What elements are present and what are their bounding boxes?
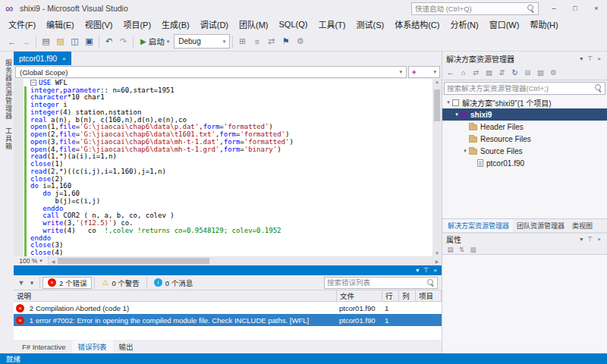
code-line[interactable]: open(3,file='G:\jiaocai\chap6\data\mh-t-… [14, 138, 432, 146]
tree-item[interactable]: Header Files [442, 121, 607, 133]
minimize-button[interactable]: – [543, 0, 565, 17]
code-editor[interactable]: −USE WFLinteger,parameter:: n=60,start=1… [14, 79, 442, 256]
column-header[interactable]: 文件 [337, 290, 382, 301]
menu-item[interactable]: 窗口(W) [484, 18, 525, 30]
document-tab[interactable]: ptcor01.f90 × [14, 52, 71, 65]
close-icon[interactable]: × [595, 55, 603, 62]
window-position-icon[interactable]: ▾ [577, 236, 585, 243]
solution-search-input[interactable] [447, 84, 595, 93]
menu-item[interactable]: SQL(Q) [274, 20, 313, 29]
open-file-icon[interactable]: ▨ [53, 33, 68, 50]
code-line[interactable]: open(4,file='G:\jiaocai\chap6\data\mh-t-… [14, 146, 432, 153]
undo-icon[interactable]: ↶ [102, 33, 116, 50]
close-icon[interactable]: × [595, 236, 603, 243]
code-line[interactable]: call COR2 ( n, a, b, co, colev ) [14, 212, 432, 220]
code-line[interactable]: read(1,*)(a(i),i=1,n) [14, 153, 432, 161]
code-line[interactable]: integer i [14, 101, 432, 108]
error-list-titlebar[interactable]: ▾⊤× [14, 265, 442, 275]
code-line[interactable]: character*10 char1 [14, 94, 432, 102]
window-position-icon[interactable]: ▾ [577, 55, 585, 62]
menu-item[interactable]: 调试(D) [195, 18, 234, 30]
window-position-icon[interactable]: ▾ [414, 267, 421, 274]
alphabetical-icon[interactable]: ⇅ [456, 244, 467, 254]
scope-dropdown[interactable]: (Global Scope) ▾ [15, 66, 407, 78]
side-tab[interactable]: 服务器资源管理器 [0, 59, 14, 120]
menu-item[interactable]: 文件(F) [3, 18, 41, 30]
gear-icon[interactable]: ⚙ [293, 33, 307, 50]
messages-filter-button[interactable]: i 0 个消息 [149, 277, 197, 289]
sync-icon[interactable]: ⇵ [495, 66, 508, 79]
quick-launch[interactable] [411, 2, 539, 15]
collapse-all-icon[interactable]: ⊟ [521, 66, 534, 79]
close-icon[interactable]: × [431, 267, 439, 274]
code-line[interactable]: close(4) [14, 249, 432, 256]
menu-item[interactable]: 分析(N) [445, 18, 483, 30]
new-file-icon[interactable]: ▤ [39, 33, 53, 50]
debug-config-combo[interactable]: Debug ▾ [174, 34, 230, 49]
error-search-input[interactable] [327, 278, 427, 287]
tree-item[interactable]: ptcor01.f90 [442, 157, 607, 169]
menu-item[interactable]: 编辑(E) [41, 18, 80, 30]
menu-item[interactable]: 团队(M) [234, 18, 274, 30]
code-line[interactable]: write(3,'(f12.5)') co. [14, 219, 432, 227]
side-tab[interactable]: 工具箱 [0, 127, 14, 150]
show-all-files-icon[interactable]: ▧ [534, 66, 547, 79]
properties-titlebar[interactable]: 属性 ▾⊤× [442, 232, 607, 244]
fold-collapse-icon[interactable]: − [30, 80, 36, 86]
filter-icon[interactable]: ▼ [16, 276, 27, 290]
expand-arrow-icon[interactable]: ▾ [461, 148, 469, 154]
code-line[interactable]: open(2,file='G:\jiaocai\chap6\data\t1601… [14, 130, 432, 138]
pin-icon[interactable]: ⊤ [585, 55, 595, 62]
code-line[interactable]: close(2) [14, 175, 432, 183]
panel-tab[interactable]: 类视图 [568, 219, 596, 232]
code-line[interactable]: b(j)=c(i,j) [14, 197, 432, 205]
outline-icon[interactable]: ≡ [250, 33, 264, 50]
home-icon[interactable]: ⌂ [457, 66, 470, 79]
column-header[interactable]: 列 [399, 290, 416, 301]
code-line[interactable]: integer(4) station,nstation [14, 108, 432, 116]
zoom-control[interactable]: 100 % ▾ [14, 256, 49, 265]
property-pages-icon[interactable]: ▧ [467, 244, 479, 254]
menu-item[interactable]: 帮助(H) [524, 18, 563, 30]
close-icon[interactable]: × [62, 55, 66, 62]
properties-icon[interactable]: ⚙ [547, 66, 560, 79]
start-debug-button[interactable]: ▶ 启动 ▾ [136, 34, 174, 49]
menu-item[interactable]: 工具(T) [313, 18, 351, 30]
panel-tab[interactable]: F# Interactive [16, 340, 72, 353]
close-button[interactable]: × [586, 0, 607, 17]
scrollbar-thumb[interactable] [58, 258, 209, 264]
tree-item[interactable]: ▾Source Files [442, 145, 607, 157]
errors-filter-button[interactable]: × 2 个错误 [42, 277, 92, 289]
menu-item[interactable]: 项目(P) [118, 18, 156, 30]
switch-views-icon[interactable]: ⇄ [470, 66, 483, 79]
code-line[interactable]: real a(n), b(n), c(160,n),d(n),e(n),co [14, 116, 432, 124]
pin-icon[interactable]: ⊤ [585, 236, 595, 243]
pending-changes-filter-icon[interactable]: ▤ [483, 66, 495, 79]
pin-icon[interactable]: ⊤ [421, 267, 431, 274]
code-line[interactable]: do i=1,160 [14, 183, 432, 190]
code-line[interactable]: write(4) co !,colev !returns co=0.954812… [14, 227, 432, 234]
member-dropdown[interactable]: ◆ ▾ [408, 66, 440, 78]
tree-item[interactable]: Resource Files [442, 133, 607, 145]
quick-launch-input[interactable] [415, 5, 527, 13]
code-line[interactable]: close(1) [14, 160, 432, 168]
code-line[interactable]: integer,parameter:: n=60,start=1951 [14, 86, 432, 94]
solution-explorer-titlebar[interactable]: 解决方案资源管理器 ▾⊤× [442, 52, 607, 65]
chevron-down-icon[interactable]: ▾ [27, 276, 37, 290]
navigate-symbol-icon[interactable]: ⇄ [264, 33, 278, 50]
horizontal-scrollbar[interactable]: 100 % ▾ ◀ ▶ [14, 256, 442, 265]
menu-item[interactable]: 视图(V) [80, 18, 118, 30]
add-item-icon[interactable]: ⊞ [235, 33, 250, 50]
navigate-forward-icon[interactable]: → [19, 33, 33, 50]
code-line[interactable]: close(3) [14, 242, 432, 249]
error-search[interactable] [324, 277, 438, 289]
code-line[interactable]: open(1,file='G:\jiaocai\chap6\data\p.dat… [14, 124, 432, 131]
panel-tab[interactable]: 团队资源管理器 [513, 219, 568, 232]
expand-arrow-icon[interactable]: ▾ [445, 99, 452, 105]
solution-search[interactable] [442, 80, 607, 96]
scroll-right-icon[interactable]: ▶ [432, 259, 442, 264]
code-line[interactable]: enddo [14, 234, 432, 242]
menu-item[interactable]: 体系结构(C) [389, 18, 445, 30]
tree-item[interactable]: ▾shixi9 [442, 108, 607, 121]
column-header[interactable]: 说明 [14, 290, 337, 301]
